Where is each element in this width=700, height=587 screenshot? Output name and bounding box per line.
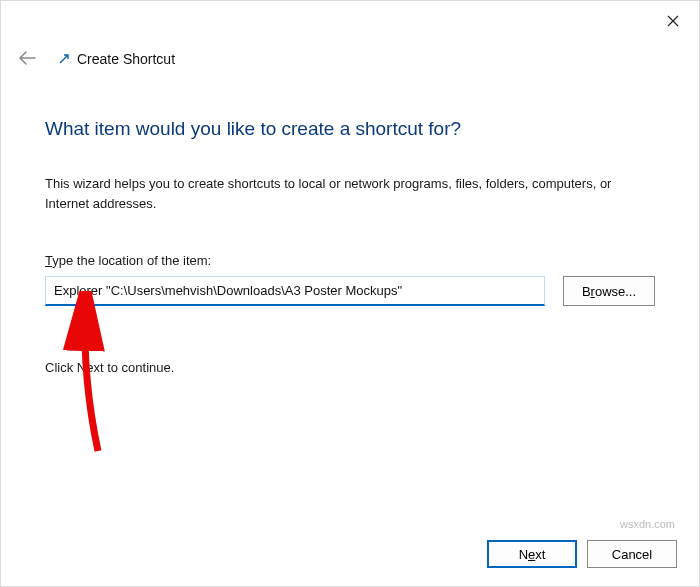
close-button[interactable] — [661, 9, 685, 33]
next-button[interactable]: Next — [487, 540, 577, 568]
location-input[interactable] — [45, 276, 545, 306]
page-heading: What item would you like to create a sho… — [45, 118, 655, 140]
shortcut-icon — [57, 52, 71, 66]
watermark: wsxdn.com — [620, 518, 675, 530]
dialog-title: Create Shortcut — [77, 51, 175, 67]
browse-button[interactable]: Browse... — [563, 276, 655, 306]
dialog-footer: Next Cancel — [487, 540, 677, 568]
cancel-button[interactable]: Cancel — [587, 540, 677, 568]
continue-instruction: Click Next to continue. — [45, 360, 655, 375]
location-label: Type the location of the item: — [45, 253, 655, 268]
content-area: What item would you like to create a sho… — [1, 70, 699, 395]
wizard-description: This wizard helps you to create shortcut… — [45, 174, 655, 213]
dialog-header: Create Shortcut — [1, 1, 699, 70]
back-button[interactable] — [15, 47, 39, 70]
